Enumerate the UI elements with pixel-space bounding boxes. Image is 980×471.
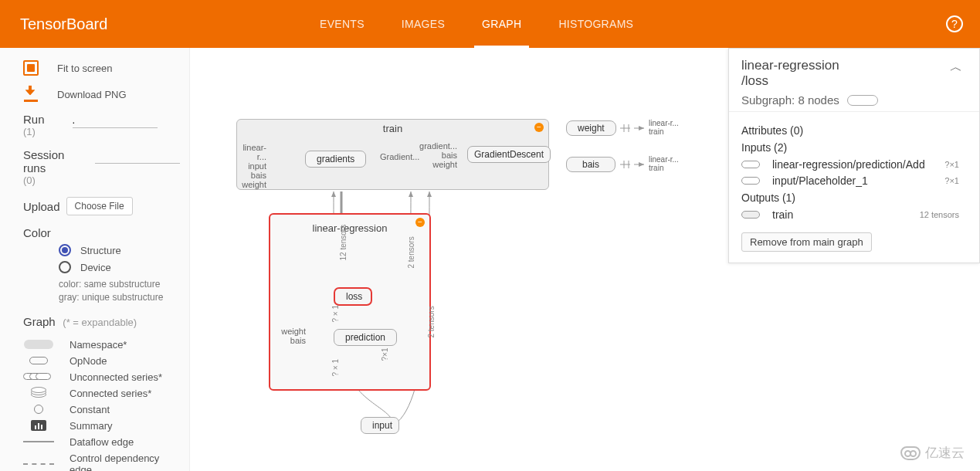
legend-control-dep: Control dependency edge — [23, 452, 180, 471]
weight-aux-node[interactable]: weight — [566, 120, 616, 136]
color-hint-1: color: same substructure — [59, 278, 180, 291]
nav-tabs: EVENTS IMAGES GRAPH HISTOGRAMS — [301, 0, 652, 48]
info-panel: linear-regression /loss ︿ Subgraph: 8 no… — [728, 48, 980, 263]
run-select[interactable] — [73, 113, 158, 128]
upload-label: Upload — [23, 200, 60, 213]
info-subgraph: Subgraph: 8 nodes — [741, 93, 839, 107]
namespace-icon — [741, 211, 760, 219]
info-title-line2: /loss — [741, 73, 967, 89]
color-structure-radio[interactable]: Structure — [59, 244, 180, 256]
color-label: Color — [23, 226, 51, 239]
fit-to-screen-button[interactable]: Fit to screen — [23, 60, 180, 76]
download-png-button[interactable]: Download PNG — [23, 86, 180, 102]
opnode-icon — [741, 161, 760, 168]
train-namespace[interactable]: train − linear-r...inputbaisweight gradi… — [236, 119, 549, 190]
lr-title: linear-regression — [270, 219, 429, 237]
tab-events[interactable]: EVENTS — [301, 0, 383, 48]
info-output-row[interactable]: train12 tensors — [741, 208, 967, 221]
train-title: train — [237, 120, 548, 137]
tab-images[interactable]: IMAGES — [383, 0, 463, 48]
bais-aux-node[interactable]: bais — [566, 157, 615, 172]
app-header: TensorBoard EVENTS IMAGES GRAPH HISTOGRA… — [0, 0, 980, 48]
radio-checked-icon — [59, 244, 71, 256]
brand-title: TensorBoard — [20, 15, 107, 33]
subgraph-pill-icon — [847, 95, 878, 106]
choose-file-button[interactable]: Choose File — [66, 197, 133, 215]
remove-from-graph-button[interactable]: Remove from main graph — [741, 232, 872, 252]
gradient-descent-node[interactable]: GradientDescent — [467, 146, 551, 163]
help-icon[interactable]: ? — [946, 15, 963, 32]
legend-dataflow: Dataflow edge — [23, 436, 180, 448]
color-hint-2: gray: unique substructure — [59, 291, 180, 304]
info-outputs-header: Outputs (1) — [741, 191, 967, 204]
download-icon — [23, 86, 39, 102]
edge-12-tensors: 12 tensors — [339, 225, 348, 261]
fit-icon — [23, 60, 39, 76]
legend-namespace: Namespace* — [23, 339, 180, 351]
radio-unchecked-icon — [59, 261, 71, 273]
collapse-icon[interactable]: − — [415, 218, 425, 227]
session-select[interactable] — [95, 148, 180, 164]
opnode-icon — [741, 177, 760, 185]
loss-node[interactable]: loss — [334, 287, 372, 306]
legend-constant: Constant — [23, 404, 180, 415]
legend-unconnected: Unconnected series* — [23, 371, 180, 383]
info-input-row[interactable]: linear-regression/prediction/Add?×1 — [741, 158, 967, 171]
collapse-icon[interactable]: − — [534, 123, 544, 132]
gradient-edge-label: Gradient... — [380, 152, 419, 161]
session-label: Session runs — [23, 148, 75, 175]
prediction-inputs: weightbais — [273, 327, 306, 345]
bais-out-labels: linear-r...train — [649, 155, 679, 172]
watermark: 亿速云 — [900, 444, 965, 462]
edge-2-tensors: 2 tensors — [407, 236, 415, 268]
legend-connected: Connected series* — [23, 388, 180, 399]
info-attributes: Attributes (0) — [741, 124, 967, 137]
run-label: Run — [23, 113, 45, 126]
chevron-up-icon[interactable]: ︿ — [950, 59, 962, 76]
edge-q1a: ? × 1 — [331, 305, 340, 323]
tab-histograms[interactable]: HISTOGRAMS — [540, 0, 652, 48]
legend-opnode: OpNode — [23, 355, 180, 367]
info-inputs-header: Inputs (2) — [741, 141, 967, 154]
graph-label: Graph — [23, 315, 56, 328]
gradients-node[interactable]: gradients — [305, 151, 366, 168]
session-count: (0) — [23, 175, 36, 186]
tab-graph[interactable]: GRAPH — [463, 0, 540, 48]
prediction-node[interactable]: prediction — [334, 329, 397, 346]
run-count: (1) — [23, 126, 45, 137]
edge-q1c: ? × 1 — [331, 359, 340, 377]
edge-q1b: ?×1 — [381, 348, 389, 361]
gradients-inputs: linear-r...inputbaisweight — [234, 143, 266, 189]
graph-hint: (* = expandable) — [63, 317, 137, 328]
color-device-radio[interactable]: Device — [59, 261, 180, 273]
fit-label: Fit to screen — [57, 63, 113, 74]
watermark-icon — [900, 446, 921, 460]
input-node[interactable]: input — [361, 417, 399, 434]
weight-out-labels: linear-r...train — [649, 119, 679, 136]
info-title-line1: linear-regression — [741, 58, 967, 73]
gd-inputs: gradient...baisweight — [415, 141, 457, 169]
info-input-row[interactable]: input/Placeholder_1?×1 — [741, 175, 967, 187]
legend-summary: Summary — [23, 420, 180, 432]
edge-2-tensors-b: 2 tensors — [427, 306, 436, 337]
sidebar: Fit to screen Download PNG Run (1) Sessi… — [0, 48, 190, 471]
download-label: Download PNG — [57, 89, 127, 100]
